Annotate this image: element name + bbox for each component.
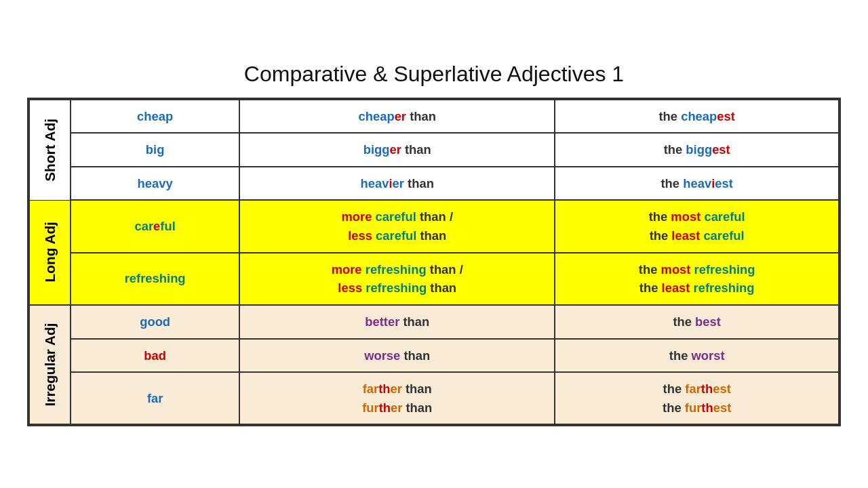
section-label-long: Long Adj [29,200,71,304]
comparative-careful: more careful than / less careful than [239,200,555,252]
base-good: good [71,305,239,339]
comparative-cheap: cheaper than [239,100,555,134]
base-cheap: cheap [71,100,239,134]
comparative-heavy: heavier than [239,167,555,201]
superlative-heavy: the heaviest [555,167,839,201]
table-row: Short Adj cheap cheaper than the cheapes… [29,100,839,134]
base-heavy: heavy [71,167,239,201]
base-far: far [71,372,239,424]
table-row: bad worse than the worst [29,339,839,373]
table-row: heavy heavier than the heaviest [29,167,839,201]
superlative-bad: the worst [555,339,839,373]
table-row: refreshing more refreshing than / less r… [29,253,839,305]
table-row: big bigger than the biggest [29,133,839,167]
page-title: Comparative & Superlative Adjectives 1 [244,62,624,87]
superlative-refreshing: the most refreshing the least refreshing [555,253,839,305]
base-bad: bad [71,339,239,373]
comparative-far: farther than further than [239,372,555,424]
superlative-good: the best [555,305,839,339]
base-big: big [71,133,239,167]
section-label-irregular: Irregular Adj [29,305,71,424]
table-row: far farther than further than the farthe… [29,372,839,424]
base-careful: careful [71,200,239,252]
superlative-big: the biggest [555,133,839,167]
superlative-careful: the most careful the least careful [555,200,839,252]
main-table: Short Adj cheap cheaper than the cheapes… [27,98,841,427]
superlative-far: the farthest the furthest [555,372,839,424]
section-label-short: Short Adj [29,100,71,201]
comparative-big: bigger than [239,133,555,167]
comparative-refreshing: more refreshing than / less refreshing t… [239,253,555,305]
base-refreshing: refreshing [71,253,239,305]
table-row: Long Adj careful more careful than / les… [29,200,839,252]
comparative-bad: worse than [239,339,555,373]
comparative-good: better than [239,305,555,339]
table-row: Irregular Adj good better than the best [29,305,839,339]
superlative-cheap: the cheapest [555,100,839,134]
